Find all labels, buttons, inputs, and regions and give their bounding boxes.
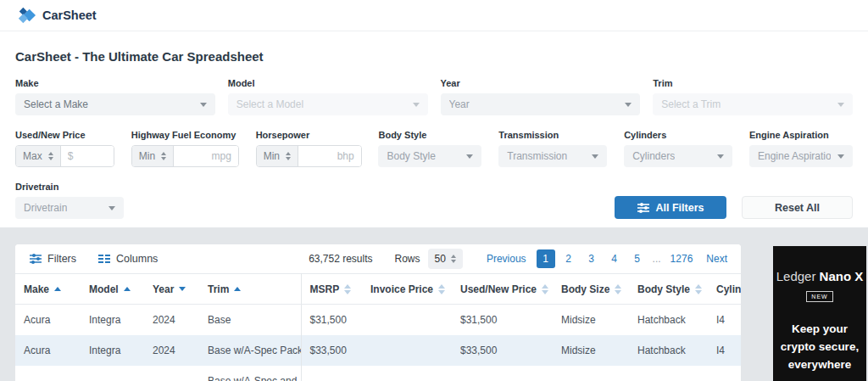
column-label: Invoice Price: [370, 283, 433, 295]
carsheet-logo-icon: [17, 6, 36, 25]
ledger-ad-banner[interactable]: Ledger Nano X NEW Keep your crypto secur…: [773, 246, 866, 381]
table-toolbar: Filters Columns 63,752 results Rows 50: [15, 244, 741, 273]
column-label: Used/New Price: [460, 283, 537, 295]
filters-button-label: Filters: [47, 253, 76, 265]
make-label: Make: [15, 78, 215, 88]
make-select[interactable]: Select a Make: [15, 93, 215, 115]
used-new-price-input[interactable]: [61, 146, 114, 166]
cell-make: [15, 366, 81, 381]
column-header-invoice-price[interactable]: Invoice Price: [362, 274, 452, 305]
up-down-icon: [48, 152, 53, 160]
cell-model: Integra: [81, 335, 144, 366]
page-button-4[interactable]: 4: [605, 249, 624, 268]
page-button-5[interactable]: 5: [628, 249, 647, 268]
year-select[interactable]: Year: [441, 93, 641, 115]
transmission-select-value: Transmission: [507, 150, 567, 162]
horsepower-mode-select[interactable]: Min: [257, 146, 298, 166]
previous-page-button[interactable]: Previous: [483, 253, 530, 265]
filter-horsepower: Horsepower Min: [256, 130, 362, 167]
results-count: 63,752 results: [309, 253, 372, 265]
horsepower-input[interactable]: [298, 146, 361, 166]
filter-row-3: Drivetrain Drivetrain All Filters Reset …: [15, 182, 853, 219]
column-header-msrp[interactable]: MSRP: [301, 274, 362, 305]
filter-engine-aspiration: Engine Aspiration Engine Aspiration: [749, 130, 853, 167]
reset-all-button[interactable]: Reset All: [742, 196, 853, 219]
trim-select-value: Select a Trim: [661, 98, 721, 110]
transmission-select[interactable]: Transmission: [498, 145, 607, 167]
page-button-1[interactable]: 1: [537, 249, 555, 268]
highway-fuel-economy-input[interactable]: [174, 146, 238, 166]
cell-make: Acura: [15, 305, 81, 335]
sliders-icon: [30, 254, 42, 264]
drivetrain-label: Drivetrain: [15, 182, 124, 192]
chevron-down-icon: [466, 154, 473, 159]
column-header-used-new-price[interactable]: Used/New Price: [452, 274, 553, 305]
filter-panel: CarSheet - The Ultimate Car Spreadsheet …: [0, 31, 868, 227]
column-header-year[interactable]: Year: [144, 274, 199, 305]
page-title: CarSheet - The Ultimate Car Spreadsheet: [15, 31, 853, 64]
cell-body-size: Midsize: [553, 305, 629, 335]
table-row[interactable]: Base w/A-Spec and: [15, 366, 741, 381]
trim-label: Trim: [653, 78, 853, 88]
page-button-2[interactable]: 2: [559, 249, 578, 268]
chevron-down-icon: [413, 103, 420, 107]
highway-fuel-economy-mode-select[interactable]: Min: [132, 146, 174, 166]
table-row[interactable]: AcuraIntegra2024Base w/A-Spec Package$33…: [15, 335, 741, 366]
used-new-price-mode-select[interactable]: Max: [16, 146, 61, 166]
cell-cylinders: I4: [708, 305, 741, 335]
model-select[interactable]: Select a Model: [228, 93, 428, 115]
sort-both-icon: [438, 284, 445, 294]
top-bar: CarSheet: [0, 0, 868, 31]
chevron-down-icon: [625, 103, 632, 107]
sort-both-icon: [344, 284, 351, 294]
body-style-select[interactable]: Body Style: [378, 145, 481, 167]
cell-model: [81, 366, 144, 381]
page-button-3[interactable]: 3: [582, 249, 601, 268]
column-header-make[interactable]: Make: [15, 274, 81, 305]
filter-model: Model Select a Model: [228, 78, 428, 115]
next-page-button[interactable]: Next: [703, 253, 731, 265]
filter-row-2: Used/New Price Max Highway Fuel Economy …: [15, 130, 853, 167]
columns-button[interactable]: Columns: [98, 253, 158, 265]
model-select-value: Select a Model: [236, 98, 303, 110]
cylinders-select[interactable]: Cylinders: [624, 145, 732, 167]
cell-msrp: $31,500: [301, 305, 362, 335]
chevron-down-icon: [717, 154, 724, 159]
drivetrain-select[interactable]: Drivetrain: [15, 197, 124, 219]
cell-used-new-price: [452, 366, 553, 381]
engine-aspiration-label: Engine Aspiration: [749, 130, 853, 140]
column-header-body-style[interactable]: Body Style: [629, 274, 708, 305]
column-label: Trim: [208, 283, 229, 295]
column-header-body-size[interactable]: Body Size: [553, 274, 629, 305]
cell-invoice-price: [362, 335, 452, 366]
filters-button[interactable]: Filters: [30, 253, 76, 265]
trim-select[interactable]: Select a Trim: [653, 93, 853, 115]
column-label: Model: [89, 283, 119, 295]
engine-aspiration-select[interactable]: Engine Aspiration: [749, 145, 853, 167]
rows-per-page-select[interactable]: 50: [428, 249, 463, 269]
cell-body-style: Hatchback: [629, 305, 708, 335]
rows-per-page-value: 50: [435, 253, 446, 265]
highway-fuel-economy-group: Min: [131, 145, 239, 167]
pagination-ellipsis: ...: [651, 253, 663, 265]
mode-value: Max: [23, 150, 42, 162]
column-header-cylinders[interactable]: Cylinders: [708, 274, 741, 305]
column-header-model[interactable]: Model: [81, 274, 144, 305]
used-new-price-group: Max: [15, 145, 114, 167]
model-label: Model: [228, 78, 428, 88]
rows-per-page-group: Rows 50: [395, 249, 463, 269]
chevron-down-icon: [837, 103, 844, 107]
column-label: Body Size: [561, 283, 609, 295]
sort-desc-icon: [179, 287, 186, 291]
columns-button-label: Columns: [116, 253, 158, 265]
all-filters-button[interactable]: All Filters: [615, 196, 726, 219]
brand-logo[interactable]: CarSheet: [17, 6, 97, 25]
cell-trim: Base w/A-Spec and: [199, 366, 301, 381]
up-down-icon: [161, 152, 166, 160]
page-button-1276[interactable]: 1276: [667, 249, 697, 268]
column-header-trim[interactable]: Trim: [199, 274, 301, 305]
mode-value: Min: [139, 150, 155, 162]
table-row[interactable]: AcuraIntegra2024Base$31,500$31,500Midsiz…: [15, 305, 741, 335]
cylinders-label: Cylinders: [624, 130, 732, 140]
filter-cylinders: Cylinders Cylinders: [624, 130, 732, 167]
